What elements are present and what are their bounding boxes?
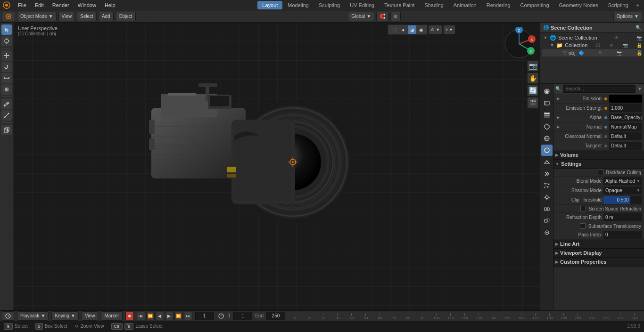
props-tab-render[interactable] <box>541 86 553 97</box>
scene-eye-icon[interactable]: 👁 <box>614 35 619 40</box>
emission-dot[interactable] <box>604 97 608 100</box>
tab-modeling[interactable]: Modeling <box>283 1 314 9</box>
volume-section-toggle[interactable]: ▶ Volume <box>553 151 644 160</box>
emission-expand[interactable]: ▶ <box>555 97 561 101</box>
rotate-tool[interactable] <box>1 62 12 72</box>
scene-collection-item[interactable]: ▼ 🌐 Scene Collection 👁 📷 <box>542 34 642 41</box>
collection-eye-icon[interactable]: 👁 <box>609 43 614 48</box>
outliner-filter-btn[interactable]: 🔍 <box>636 25 641 30</box>
collection-view-layer-icon[interactable]: ☑ <box>596 43 600 48</box>
props-tab-view-layer[interactable] <box>541 109 553 121</box>
normal-expand[interactable]: ▶ <box>555 125 561 129</box>
normal-value[interactable]: Normal/Map <box>609 123 642 131</box>
scene-cam-icon[interactable]: 📷 <box>636 35 642 40</box>
playback-btn[interactable]: Playback ▼ <box>17 311 49 321</box>
tangent-dot[interactable] <box>604 145 608 147</box>
props-tab-constraints[interactable] <box>541 203 553 215</box>
refraction-depth-value[interactable]: 0 m <box>603 213 642 221</box>
tab-geometry-nodes[interactable]: Geometry Nodes <box>554 1 603 9</box>
props-tab-material[interactable] <box>541 145 553 156</box>
pass-index-value[interactable]: 0 <box>603 231 642 239</box>
shading-btns[interactable]: ⬚ ● ◕ ◉ <box>388 24 428 35</box>
jump-end-btn[interactable]: ⏭ <box>184 312 192 320</box>
obj-lock-icon[interactable]: 🔓 <box>636 50 642 56</box>
play-reverse-btn[interactable]: ◀ <box>156 312 164 320</box>
add-workspace-btn[interactable]: + <box>634 1 642 9</box>
viewport-display-section-toggle[interactable]: ▶ Viewport Display <box>553 249 644 258</box>
jump-start-btn[interactable]: ⏮ <box>137 312 145 320</box>
add-cube-tool[interactable] <box>1 125 12 135</box>
normal-dot[interactable] <box>604 126 608 129</box>
emission-strength-dot[interactable] <box>604 107 608 110</box>
scene-expand[interactable]: ▼ <box>542 34 549 41</box>
clock-icon[interactable] <box>217 312 225 320</box>
tab-layout[interactable]: Layout <box>257 1 282 9</box>
props-tab-object[interactable] <box>541 215 553 227</box>
measure-tool[interactable] <box>1 110 12 121</box>
obj-item[interactable]: ▽ obj 🔷 👁 📷 🔓 <box>542 49 642 57</box>
record-btn[interactable]: ⏺ <box>125 312 134 320</box>
current-frame-field[interactable]: 1 <box>195 312 214 320</box>
screen-space-refraction-checkbox[interactable] <box>580 206 586 211</box>
move-tool[interactable] <box>1 50 12 61</box>
menu-edit[interactable]: Edit <box>31 1 48 9</box>
tab-compositing[interactable]: Compositing <box>515 1 553 9</box>
shadow-mode-dropdown[interactable]: Opaque ▼ <box>603 186 642 194</box>
view-btn[interactable]: View <box>58 12 75 21</box>
transform-tool[interactable] <box>1 84 12 95</box>
time-icon-btn[interactable] <box>2 311 14 321</box>
solid-btn[interactable]: ● <box>399 25 407 34</box>
timeline-view-btn[interactable]: View <box>82 311 99 321</box>
keying-btn[interactable]: Keying ▼ <box>51 311 78 321</box>
props-tab-particles[interactable] <box>541 180 553 191</box>
tangent-value[interactable]: Default <box>609 142 642 150</box>
tab-shading[interactable]: Shading <box>420 1 448 9</box>
wireframe-btn[interactable]: ⬚ <box>390 25 398 34</box>
view-hand-btn[interactable]: ✋ <box>527 73 538 84</box>
object-mode-btn[interactable]: Object Mode ▼ <box>17 12 57 21</box>
tab-uv-editing[interactable]: UV Editing <box>345 1 379 9</box>
overlay-btn[interactable]: ⊙ ▼ <box>429 25 442 34</box>
view-camera-btn[interactable]: 📷 <box>527 60 538 72</box>
alpha-value[interactable]: Base_Opacity.png <box>609 113 642 121</box>
tab-scripting[interactable]: Scripting <box>603 1 633 9</box>
alpha-dot[interactable] <box>604 116 608 119</box>
blend-mode-dropdown[interactable]: Alpha Hashed ▼ <box>603 177 642 185</box>
object-btn[interactable]: Object <box>116 12 136 21</box>
backface-culling-checkbox[interactable] <box>598 170 603 175</box>
menu-window[interactable]: Window <box>74 1 100 9</box>
render-btn[interactable]: ◉ <box>417 25 425 34</box>
start-frame-field[interactable]: 1 <box>233 312 252 320</box>
scale-tool[interactable] <box>1 73 12 83</box>
props-search-input[interactable] <box>563 85 636 93</box>
props-tab-world[interactable] <box>541 133 553 144</box>
navigation-gizmo[interactable]: X Y Z <box>503 27 536 60</box>
props-tab-scene[interactable] <box>541 121 553 132</box>
obj-eye-icon[interactable]: 👁 <box>598 50 603 56</box>
obj-restrict-icon[interactable]: 🔷 <box>578 50 584 56</box>
collection-expand[interactable]: ▼ <box>549 42 555 49</box>
alpha-expand[interactable]: ▶ <box>555 115 561 120</box>
obj-expand[interactable] <box>555 49 562 56</box>
transform-btn[interactable]: Global ▼ <box>348 12 374 21</box>
emission-value[interactable] <box>609 95 642 103</box>
marker-btn[interactable]: Marker <box>101 311 122 321</box>
prop-edit-btn[interactable]: ⊙ <box>390 12 401 21</box>
tab-rendering[interactable]: Rendering <box>482 1 515 9</box>
subsurface-translucency-checkbox[interactable] <box>580 223 586 229</box>
props-tab-modifier[interactable] <box>541 168 553 179</box>
add-btn[interactable]: Add <box>99 12 114 21</box>
tab-texture-paint[interactable]: Texture Paint <box>380 1 419 9</box>
cursor-tool[interactable] <box>1 36 12 46</box>
timeline-ruler[interactable]: 0 10 20 30 40 50 60 70 80 90 100 110 120… <box>288 311 642 321</box>
clearcoat-normal-value[interactable]: Default <box>609 132 642 140</box>
gizmo-btn[interactable]: ⌖ ▼ <box>443 25 455 34</box>
viewport[interactable]: User Perspective (1) Collection | obj <box>13 23 540 310</box>
obj-cam-icon[interactable]: 📷 <box>617 50 622 56</box>
line-art-section-toggle[interactable]: ▶ Line Art <box>553 240 644 249</box>
material-btn[interactable]: ◕ <box>408 25 416 34</box>
props-tab-output[interactable] <box>541 97 553 109</box>
props-tab-object-data[interactable] <box>541 156 553 168</box>
select-tool[interactable] <box>1 24 12 35</box>
play-btn[interactable]: ▶ <box>165 312 173 320</box>
